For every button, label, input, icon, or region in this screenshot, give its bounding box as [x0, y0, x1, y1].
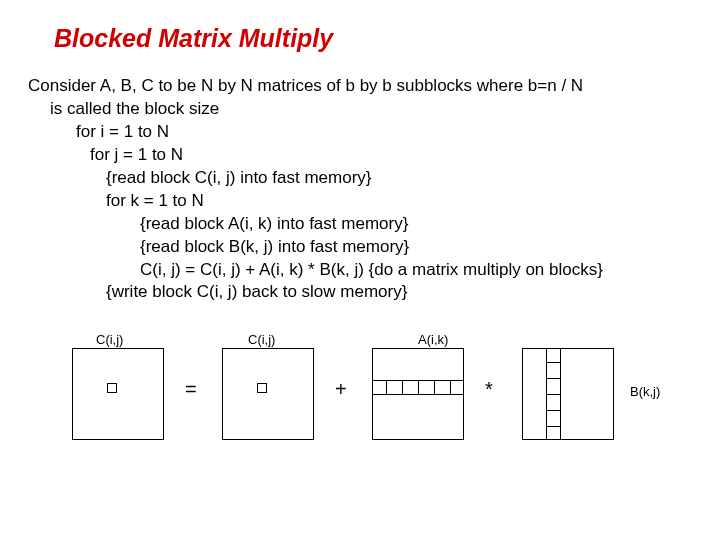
row-sep	[434, 380, 435, 394]
col-sep	[546, 362, 560, 363]
matrix-b-box	[522, 348, 614, 440]
plus-op: +	[335, 378, 347, 401]
slide: Blocked Matrix Multiply Consider A, B, C…	[0, 0, 720, 458]
row-sep	[402, 380, 403, 394]
matrix-c-label: C(i,j)	[96, 332, 123, 347]
text-line: is called the block size	[50, 98, 692, 121]
row-sep	[386, 380, 387, 394]
text-line: Consider A, B, C to be N by N matrices o…	[28, 75, 692, 98]
text-line: for k = 1 to N	[106, 190, 692, 213]
text-line: {read block B(k, j) into fast memory}	[140, 236, 692, 259]
equals-op: =	[185, 378, 197, 401]
block-c	[107, 383, 117, 393]
text-line: for i = 1 to N	[76, 121, 692, 144]
matrix-diagram: C(i,j) = C(i,j) + A(i,k) * B(k,j)	[28, 318, 692, 458]
slide-title: Blocked Matrix Multiply	[54, 24, 692, 53]
matrix-b-label: B(k,j)	[630, 384, 660, 399]
block-c2	[257, 383, 267, 393]
col-sep	[546, 426, 560, 427]
row-sep	[450, 380, 451, 394]
text-line: C(i, j) = C(i, j) + A(i, k) * B(k, j) {d…	[140, 259, 692, 282]
text-line: {read block C(i, j) into fast memory}	[106, 167, 692, 190]
matrix-c2-box	[222, 348, 314, 440]
matrix-c-box	[72, 348, 164, 440]
row-sep	[418, 380, 419, 394]
col-sep	[546, 394, 560, 395]
star-op: *	[485, 378, 493, 401]
text-line: {write block C(i, j) back to slow memory…	[106, 281, 692, 304]
matrix-c2-label: C(i,j)	[248, 332, 275, 347]
matrix-a-label: A(i,k)	[418, 332, 448, 347]
text-line: for j = 1 to N	[90, 144, 692, 167]
row-strip-bottom	[372, 394, 464, 395]
col-sep	[546, 378, 560, 379]
text-line: {read block A(i, k) into fast memory}	[140, 213, 692, 236]
col-sep	[546, 410, 560, 411]
algorithm-text: Consider A, B, C to be N by N matrices o…	[28, 75, 692, 304]
col-strip-right	[560, 348, 561, 440]
